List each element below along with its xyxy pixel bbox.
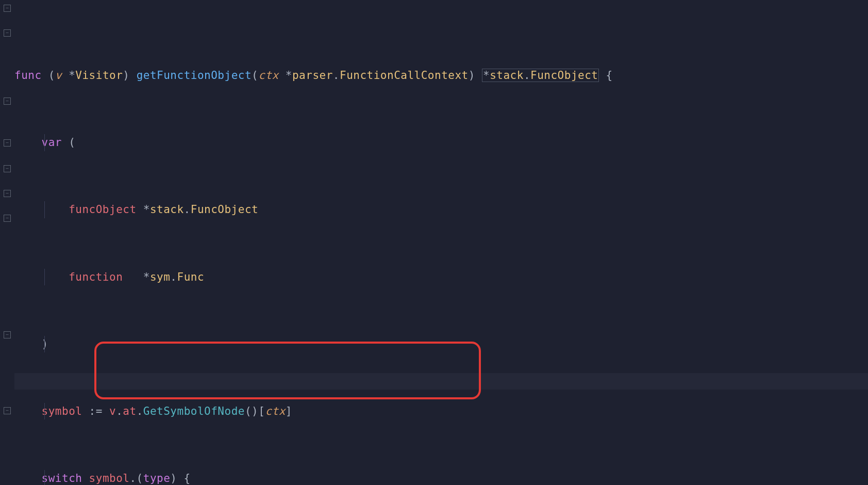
keyword: func [14, 69, 42, 82]
fold-icon[interactable] [4, 190, 11, 197]
fold-icon[interactable] [4, 5, 11, 12]
code-line[interactable]: ) [14, 336, 868, 353]
fold-icon[interactable] [4, 98, 11, 105]
code-line[interactable]: symbol := v.at.GetSymbolOfNode()[ctx] [14, 403, 868, 420]
gutter [0, 0, 14, 485]
code-editor[interactable]: func (v *Visitor) getFunctionObject(ctx … [14, 0, 868, 485]
fold-icon[interactable] [4, 29, 11, 37]
code-line[interactable]: funcObject *stack.FuncObject [14, 201, 868, 218]
fold-icon[interactable] [4, 165, 11, 172]
fold-icon[interactable] [4, 331, 11, 338]
return-type-box: *stack.FuncObject [482, 69, 599, 82]
code-line[interactable]: switch symbol.(type) { [14, 470, 868, 485]
fold-icon[interactable] [4, 139, 11, 147]
code-line[interactable]: var ( [14, 134, 868, 151]
code-line[interactable]: function *sym.Func [14, 269, 868, 286]
code-line[interactable]: func (v *Visitor) getFunctionObject(ctx … [14, 67, 868, 84]
fold-icon[interactable] [4, 215, 11, 222]
fold-icon[interactable] [4, 407, 11, 414]
